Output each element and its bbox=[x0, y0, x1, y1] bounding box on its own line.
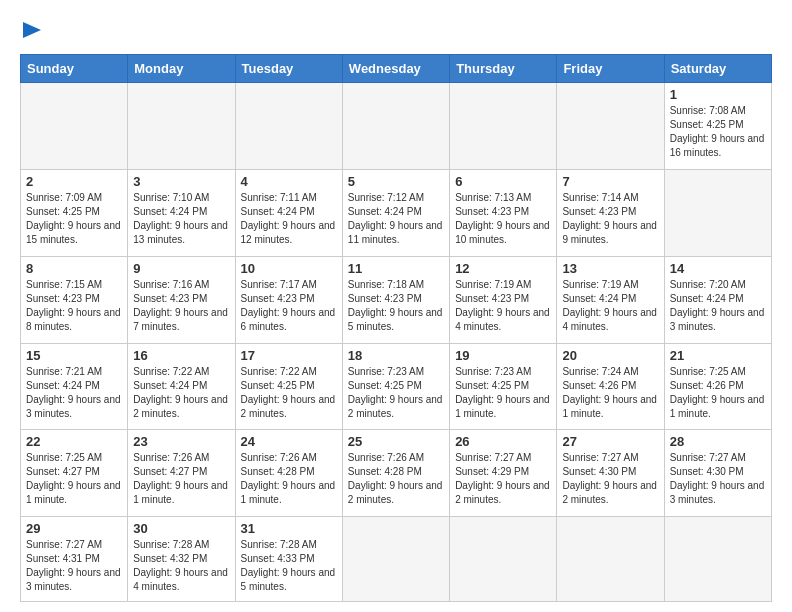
sunset: Sunset: 4:23 PM bbox=[455, 293, 529, 304]
sunset: Sunset: 4:25 PM bbox=[26, 206, 100, 217]
calendar-cell: 25 Sunrise: 7:26 AM Sunset: 4:28 PM Dayl… bbox=[342, 430, 449, 517]
day-number: 21 bbox=[670, 348, 766, 363]
daylight: Daylight: 9 hours and 12 minutes. bbox=[241, 220, 336, 245]
daylight: Daylight: 9 hours and 2 minutes. bbox=[455, 480, 550, 505]
sunset: Sunset: 4:33 PM bbox=[241, 553, 315, 564]
day-number: 28 bbox=[670, 434, 766, 449]
sunrise: Sunrise: 7:19 AM bbox=[455, 279, 531, 290]
day-number: 29 bbox=[26, 521, 122, 536]
sunrise: Sunrise: 7:26 AM bbox=[241, 452, 317, 463]
daylight: Daylight: 9 hours and 7 minutes. bbox=[133, 307, 228, 332]
daylight: Daylight: 9 hours and 15 minutes. bbox=[26, 220, 121, 245]
day-number: 6 bbox=[455, 174, 551, 189]
day-info: Sunrise: 7:24 AM Sunset: 4:26 PM Dayligh… bbox=[562, 365, 658, 421]
sunrise: Sunrise: 7:28 AM bbox=[133, 539, 209, 550]
calendar-cell: 15 Sunrise: 7:21 AM Sunset: 4:24 PM Dayl… bbox=[21, 343, 128, 430]
calendar-cell bbox=[557, 83, 664, 170]
calendar-cell: 13 Sunrise: 7:19 AM Sunset: 4:24 PM Dayl… bbox=[557, 256, 664, 343]
day-info: Sunrise: 7:12 AM Sunset: 4:24 PM Dayligh… bbox=[348, 191, 444, 247]
sunrise: Sunrise: 7:18 AM bbox=[348, 279, 424, 290]
calendar-cell: 6 Sunrise: 7:13 AM Sunset: 4:23 PM Dayli… bbox=[450, 169, 557, 256]
daylight: Daylight: 9 hours and 13 minutes. bbox=[133, 220, 228, 245]
day-number: 16 bbox=[133, 348, 229, 363]
calendar-cell: 4 Sunrise: 7:11 AM Sunset: 4:24 PM Dayli… bbox=[235, 169, 342, 256]
daylight: Daylight: 9 hours and 3 minutes. bbox=[26, 567, 121, 592]
sunrise: Sunrise: 7:08 AM bbox=[670, 105, 746, 116]
calendar-cell: 22 Sunrise: 7:25 AM Sunset: 4:27 PM Dayl… bbox=[21, 430, 128, 517]
sunset: Sunset: 4:28 PM bbox=[241, 466, 315, 477]
daylight: Daylight: 9 hours and 4 minutes. bbox=[562, 307, 657, 332]
sunrise: Sunrise: 7:12 AM bbox=[348, 192, 424, 203]
day-number: 23 bbox=[133, 434, 229, 449]
sunset: Sunset: 4:26 PM bbox=[670, 380, 744, 391]
weekday-header-sunday: Sunday bbox=[21, 55, 128, 83]
calendar-cell bbox=[557, 517, 664, 602]
sunset: Sunset: 4:24 PM bbox=[241, 206, 315, 217]
sunrise: Sunrise: 7:27 AM bbox=[455, 452, 531, 463]
day-info: Sunrise: 7:25 AM Sunset: 4:26 PM Dayligh… bbox=[670, 365, 766, 421]
sunset: Sunset: 4:32 PM bbox=[133, 553, 207, 564]
day-info: Sunrise: 7:10 AM Sunset: 4:24 PM Dayligh… bbox=[133, 191, 229, 247]
day-info: Sunrise: 7:25 AM Sunset: 4:27 PM Dayligh… bbox=[26, 451, 122, 507]
day-number: 5 bbox=[348, 174, 444, 189]
day-info: Sunrise: 7:08 AM Sunset: 4:25 PM Dayligh… bbox=[670, 104, 766, 160]
sunrise: Sunrise: 7:23 AM bbox=[455, 366, 531, 377]
sunrise: Sunrise: 7:22 AM bbox=[241, 366, 317, 377]
daylight: Daylight: 9 hours and 2 minutes. bbox=[562, 480, 657, 505]
calendar-cell bbox=[664, 169, 771, 256]
day-number: 14 bbox=[670, 261, 766, 276]
sunset: Sunset: 4:25 PM bbox=[348, 380, 422, 391]
sunset: Sunset: 4:25 PM bbox=[241, 380, 315, 391]
sunrise: Sunrise: 7:24 AM bbox=[562, 366, 638, 377]
day-number: 17 bbox=[241, 348, 337, 363]
sunrise: Sunrise: 7:13 AM bbox=[455, 192, 531, 203]
calendar-cell bbox=[450, 517, 557, 602]
logo-text bbox=[20, 16, 41, 44]
weekday-header-tuesday: Tuesday bbox=[235, 55, 342, 83]
calendar-cell: 21 Sunrise: 7:25 AM Sunset: 4:26 PM Dayl… bbox=[664, 343, 771, 430]
day-info: Sunrise: 7:23 AM Sunset: 4:25 PM Dayligh… bbox=[348, 365, 444, 421]
calendar-cell: 12 Sunrise: 7:19 AM Sunset: 4:23 PM Dayl… bbox=[450, 256, 557, 343]
sunset: Sunset: 4:24 PM bbox=[133, 380, 207, 391]
day-info: Sunrise: 7:17 AM Sunset: 4:23 PM Dayligh… bbox=[241, 278, 337, 334]
sunrise: Sunrise: 7:21 AM bbox=[26, 366, 102, 377]
calendar-cell: 31 Sunrise: 7:28 AM Sunset: 4:33 PM Dayl… bbox=[235, 517, 342, 602]
day-number: 9 bbox=[133, 261, 229, 276]
sunset: Sunset: 4:25 PM bbox=[455, 380, 529, 391]
weekday-header-saturday: Saturday bbox=[664, 55, 771, 83]
daylight: Daylight: 9 hours and 5 minutes. bbox=[348, 307, 443, 332]
sunrise: Sunrise: 7:25 AM bbox=[26, 452, 102, 463]
weekday-header-friday: Friday bbox=[557, 55, 664, 83]
logo-arrow-icon bbox=[23, 20, 41, 40]
daylight: Daylight: 9 hours and 3 minutes. bbox=[670, 480, 765, 505]
day-info: Sunrise: 7:16 AM Sunset: 4:23 PM Dayligh… bbox=[133, 278, 229, 334]
sunset: Sunset: 4:31 PM bbox=[26, 553, 100, 564]
sunset: Sunset: 4:23 PM bbox=[562, 206, 636, 217]
daylight: Daylight: 9 hours and 11 minutes. bbox=[348, 220, 443, 245]
day-number: 1 bbox=[670, 87, 766, 102]
sunrise: Sunrise: 7:15 AM bbox=[26, 279, 102, 290]
calendar-cell: 2 Sunrise: 7:09 AM Sunset: 4:25 PM Dayli… bbox=[21, 169, 128, 256]
day-info: Sunrise: 7:26 AM Sunset: 4:27 PM Dayligh… bbox=[133, 451, 229, 507]
sunset: Sunset: 4:23 PM bbox=[241, 293, 315, 304]
day-number: 19 bbox=[455, 348, 551, 363]
day-info: Sunrise: 7:19 AM Sunset: 4:23 PM Dayligh… bbox=[455, 278, 551, 334]
day-number: 8 bbox=[26, 261, 122, 276]
day-info: Sunrise: 7:14 AM Sunset: 4:23 PM Dayligh… bbox=[562, 191, 658, 247]
day-info: Sunrise: 7:26 AM Sunset: 4:28 PM Dayligh… bbox=[348, 451, 444, 507]
sunrise: Sunrise: 7:25 AM bbox=[670, 366, 746, 377]
daylight: Daylight: 9 hours and 3 minutes. bbox=[670, 307, 765, 332]
day-number: 10 bbox=[241, 261, 337, 276]
sunrise: Sunrise: 7:27 AM bbox=[670, 452, 746, 463]
day-number: 15 bbox=[26, 348, 122, 363]
calendar-cell bbox=[342, 517, 449, 602]
calendar-cell bbox=[664, 517, 771, 602]
calendar-cell: 10 Sunrise: 7:17 AM Sunset: 4:23 PM Dayl… bbox=[235, 256, 342, 343]
day-info: Sunrise: 7:13 AM Sunset: 4:23 PM Dayligh… bbox=[455, 191, 551, 247]
daylight: Daylight: 9 hours and 3 minutes. bbox=[26, 394, 121, 419]
weekday-header-thursday: Thursday bbox=[450, 55, 557, 83]
calendar-cell: 11 Sunrise: 7:18 AM Sunset: 4:23 PM Dayl… bbox=[342, 256, 449, 343]
daylight: Daylight: 9 hours and 2 minutes. bbox=[133, 394, 228, 419]
sunrise: Sunrise: 7:28 AM bbox=[241, 539, 317, 550]
daylight: Daylight: 9 hours and 4 minutes. bbox=[455, 307, 550, 332]
